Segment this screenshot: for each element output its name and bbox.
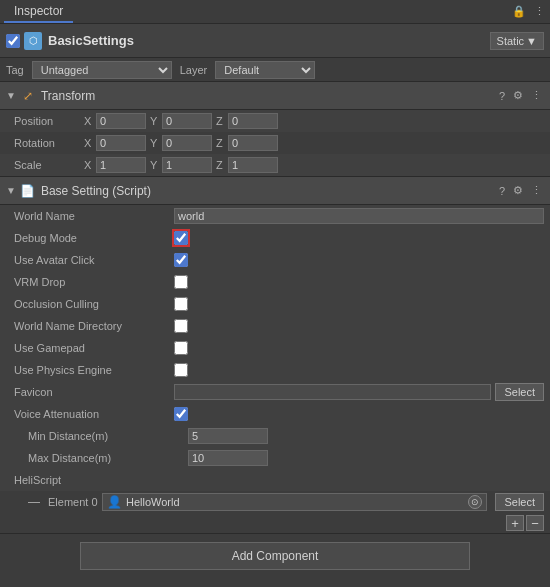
scale-y-item: Y (150, 157, 212, 173)
favicon-row: Favicon Select (0, 381, 550, 403)
world-name-directory-checkbox[interactable] (174, 319, 188, 333)
scale-x-item: X (84, 157, 146, 173)
favicon-input[interactable] (174, 384, 491, 400)
scale-xyz: X Y Z (84, 157, 544, 173)
use-gamepad-checkbox[interactable] (174, 341, 188, 355)
element-0-text: Element 0 (48, 496, 98, 508)
rotation-z-item: Z (216, 135, 278, 151)
scale-x-input[interactable] (96, 157, 146, 173)
transform-help-icon[interactable]: ? (497, 89, 507, 103)
scale-z-axis: Z (216, 159, 226, 171)
lock-icon[interactable]: 🔒 (512, 5, 526, 19)
base-setting-title: Base Setting (Script) (41, 184, 497, 198)
base-setting-header[interactable]: ▼ 📄 Base Setting (Script) ? ⚙ ⋮ (0, 177, 550, 205)
menu-icon[interactable]: ⋮ (532, 5, 546, 19)
vrm-drop-row: VRM Drop (0, 271, 550, 293)
world-name-directory-value (174, 319, 544, 333)
tag-select[interactable]: Untagged (32, 61, 172, 79)
min-distance-label: Min Distance(m) (28, 430, 188, 442)
element-obj-name: HelloWorld (126, 496, 180, 508)
inspector-tab[interactable]: Inspector (4, 1, 73, 23)
title-icons: 🔒 ⋮ (512, 5, 546, 19)
base-setting-header-icons: ? ⚙ ⋮ (497, 183, 544, 198)
voice-attenuation-checkbox[interactable] (174, 407, 188, 421)
max-distance-label: Max Distance(m) (28, 452, 188, 464)
debug-mode-value (174, 231, 544, 245)
object-name: BasicSettings (48, 33, 490, 48)
rotation-x-item: X (84, 135, 146, 151)
tag-label: Tag (6, 64, 24, 76)
rotation-y-input[interactable] (162, 135, 212, 151)
transform-header[interactable]: ▼ ⤢ Transform ? ⚙ ⋮ (0, 82, 550, 110)
use-gamepad-row: Use Gamepad (0, 337, 550, 359)
debug-mode-checkbox[interactable] (174, 231, 188, 245)
use-avatar-click-checkbox[interactable] (174, 253, 188, 267)
use-gamepad-value (174, 341, 544, 355)
voice-attenuation-label: Voice Attenuation (14, 408, 174, 420)
object-icon: ⬡ (24, 32, 42, 50)
occlusion-culling-checkbox[interactable] (174, 297, 188, 311)
element-minus-icon: — (28, 495, 40, 509)
min-distance-input[interactable] (188, 428, 268, 444)
transform-header-icons: ? ⚙ ⋮ (497, 88, 544, 103)
element-field-controls: ⊙ (466, 495, 482, 509)
position-x-input[interactable] (96, 113, 146, 129)
add-component-section: Add Component (0, 534, 550, 578)
world-name-directory-row: World Name Directory (0, 315, 550, 337)
heli-script-label: HeliScript (14, 474, 174, 486)
inspector-title: Inspector (14, 4, 63, 18)
base-setting-help-icon[interactable]: ? (497, 184, 507, 198)
voice-attenuation-row: Voice Attenuation (0, 403, 550, 425)
base-setting-menu-icon[interactable]: ⋮ (529, 183, 544, 198)
debug-mode-row: Debug Mode (0, 227, 550, 249)
world-name-row: World Name (0, 205, 550, 227)
inspector-body: ⬡ BasicSettings Static ▼ Tag Untagged La… (0, 24, 550, 587)
favicon-value: Select (174, 383, 544, 401)
position-row: Position X Y Z (0, 110, 550, 132)
transform-icon: ⤢ (20, 88, 36, 104)
min-distance-row: Min Distance(m) (0, 425, 550, 447)
position-x-axis: X (84, 115, 94, 127)
scale-y-input[interactable] (162, 157, 212, 173)
world-name-directory-label: World Name Directory (14, 320, 174, 332)
static-badge: Static ▼ (490, 32, 544, 50)
max-distance-input[interactable] (188, 450, 268, 466)
world-name-input[interactable] (174, 208, 544, 224)
favicon-select-button[interactable]: Select (495, 383, 544, 401)
use-gamepad-label: Use Gamepad (14, 342, 174, 354)
element-circle-button[interactable]: ⊙ (468, 495, 482, 509)
transform-settings-icon[interactable]: ⚙ (511, 88, 525, 103)
add-component-button[interactable]: Add Component (80, 542, 470, 570)
minus-button[interactable]: − (526, 515, 544, 531)
plus-button[interactable]: + (506, 515, 524, 531)
base-setting-section: ▼ 📄 Base Setting (Script) ? ⚙ ⋮ World Na… (0, 177, 550, 534)
transform-menu-icon[interactable]: ⋮ (529, 88, 544, 103)
rotation-z-input[interactable] (228, 135, 278, 151)
rotation-x-input[interactable] (96, 135, 146, 151)
use-physics-engine-value (174, 363, 544, 377)
scale-y-axis: Y (150, 159, 160, 171)
static-dropdown-arrow[interactable]: ▼ (526, 35, 537, 47)
vrm-drop-checkbox[interactable] (174, 275, 188, 289)
scale-z-input[interactable] (228, 157, 278, 173)
scale-z-item: Z (216, 157, 278, 173)
plus-minus-row: + − (0, 513, 550, 533)
use-physics-engine-row: Use Physics Engine (0, 359, 550, 381)
element-select-button[interactable]: Select (495, 493, 544, 511)
static-label: Static (497, 35, 525, 47)
scale-x-axis: X (84, 159, 94, 171)
rotation-y-item: Y (150, 135, 212, 151)
max-distance-value (188, 450, 544, 466)
vrm-drop-label: VRM Drop (14, 276, 174, 288)
use-physics-engine-checkbox[interactable] (174, 363, 188, 377)
layer-select[interactable]: Default (215, 61, 315, 79)
tag-layer-row: Tag Untagged Layer Default (0, 58, 550, 82)
object-active-checkbox[interactable] (6, 34, 20, 48)
element-obj-icon: 👤 (107, 495, 122, 509)
occlusion-culling-value (174, 297, 544, 311)
script-icon: 📄 (20, 183, 36, 199)
base-setting-settings-icon[interactable]: ⚙ (511, 183, 525, 198)
position-y-input[interactable] (162, 113, 212, 129)
position-z-input[interactable] (228, 113, 278, 129)
rotation-z-axis: Z (216, 137, 226, 149)
